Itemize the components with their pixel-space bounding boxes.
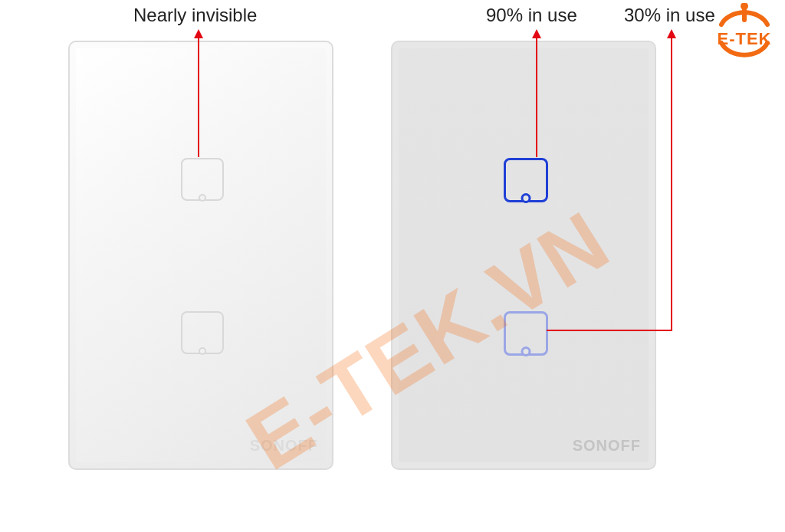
etek-logo-text: E-TEK xyxy=(718,29,772,49)
touch-button-1-faint xyxy=(181,158,224,201)
panel-glass-left xyxy=(76,48,326,462)
label-90-percent: 90% in use xyxy=(486,5,577,26)
arrow-head-2 xyxy=(532,29,541,38)
touch-button-2-blue xyxy=(504,311,548,356)
label-30-percent: 30% in use xyxy=(624,5,715,26)
touch-button-1-blue xyxy=(504,158,548,202)
arrow-head-1 xyxy=(194,29,203,38)
arrow-line-2 xyxy=(536,38,537,157)
panel-glass-right xyxy=(399,48,649,462)
switch-panel-off: SONOFF xyxy=(68,41,333,470)
arrow-line-3h xyxy=(547,330,672,331)
arrow-head-3 xyxy=(667,29,676,38)
brand-left: SONOFF xyxy=(250,437,318,455)
diagram-stage: Nearly invisible 90% in use 30% in use S… xyxy=(0,0,785,532)
arrow-line-3v xyxy=(671,38,672,331)
brand-right: SONOFF xyxy=(573,437,641,455)
touch-button-2-faint xyxy=(181,311,224,354)
switch-panel-on: SONOFF xyxy=(391,41,656,470)
label-nearly-invisible: Nearly invisible xyxy=(133,5,257,26)
svg-point-1 xyxy=(741,3,748,10)
arrow-line-1 xyxy=(198,38,199,157)
etek-logo: E-TEK xyxy=(708,3,780,49)
